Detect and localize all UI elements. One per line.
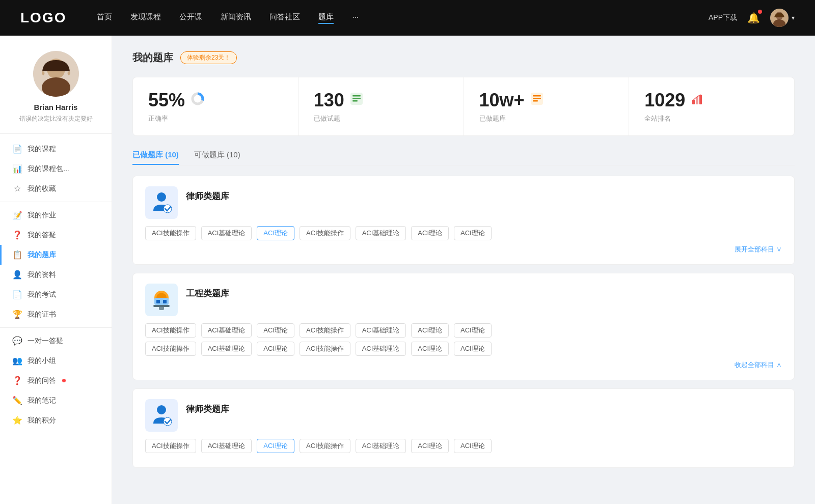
user-avatar-menu[interactable]: ▾ [770, 9, 795, 27]
one-on-one-icon: 💬 [12, 336, 22, 346]
tag-1-r2-4[interactable]: ACI基础理论 [356, 342, 406, 356]
expand-link-0[interactable]: 展开全部科目 ∨ [735, 245, 782, 253]
exam-icon: 📄 [12, 290, 22, 299]
tag-0-6[interactable]: ACI理论 [454, 226, 492, 240]
nav-qa[interactable]: 问答社区 [269, 12, 300, 24]
svg-rect-17 [692, 100, 695, 104]
tag-1-r2-1[interactable]: ACI基础理论 [201, 342, 252, 356]
qbank-card-0-title: 律师类题库 [186, 186, 229, 202]
stat-value-questions: 130 [314, 90, 344, 111]
avatar [770, 9, 789, 27]
sidebar-item-points[interactable]: ⭐ 我的积分 [0, 410, 112, 430]
qbank-icon: 📋 [12, 250, 22, 260]
sidebar-item-favorites[interactable]: ☆ 我的收藏 [0, 179, 112, 199]
notification-badge [758, 10, 762, 14]
tag-1-r2-5[interactable]: ACI理论 [411, 342, 449, 356]
tag-0-5[interactable]: ACI理论 [411, 226, 449, 240]
app-download-button[interactable]: APP下载 [709, 13, 737, 22]
tag-1-r2-0[interactable]: ACI技能操作 [145, 342, 196, 356]
qbank-card-0-header: 律师类题库 [145, 186, 782, 219]
qbank-card-0-footer: 展开全部科目 ∨ [145, 244, 782, 254]
qbank-card-2-tags: ACI技能操作 ACI基础理论 ACI理论 ACI技能操作 ACI基础理论 AC… [145, 439, 782, 453]
nav-more[interactable]: ··· [352, 12, 359, 24]
svg-rect-26 [156, 300, 160, 303]
tab-available[interactable]: 可做题库 (10) [194, 150, 240, 165]
collapse-link-1[interactable]: 收起全部科目 ∧ [735, 361, 782, 369]
qbank-card-1-header: 工程类题库 [145, 284, 782, 316]
tag-0-4[interactable]: ACI基础理论 [356, 226, 406, 240]
tag-1-0[interactable]: ACI技能操作 [145, 323, 196, 338]
course-package-icon: 📊 [12, 164, 22, 174]
qbank-tabs: 已做题库 (10) 可做题库 (10) [132, 150, 795, 165]
tag-1-5[interactable]: ACI理论 [411, 323, 449, 338]
qbank-card-2-icon [145, 399, 178, 432]
sidebar: Brian Harris 错误的决定比没有决定要好 📄 我的课程 📊 我的课程包… [0, 36, 112, 504]
svg-rect-12 [352, 100, 358, 102]
homework-icon: 📝 [12, 210, 22, 220]
tag-2-4[interactable]: ACI基础理论 [356, 439, 406, 453]
sidebar-item-notes[interactable]: ✏️ 我的笔记 [0, 390, 112, 410]
nav-qbank[interactable]: 题库 [318, 12, 334, 24]
sidebar-item-certificate[interactable]: 🏆 我的证书 [0, 304, 112, 324]
tab-done[interactable]: 已做题库 (10) [132, 150, 179, 165]
tag-1-4[interactable]: ACI基础理论 [356, 323, 406, 338]
tag-2-1[interactable]: ACI基础理论 [201, 439, 252, 453]
sidebar-item-questions[interactable]: ❓ 我的问答 [0, 371, 112, 390]
qbank-card-1-icon [145, 284, 178, 316]
logo[interactable]: LOGO [20, 10, 66, 26]
svg-rect-27 [163, 300, 167, 303]
stats-row: 55% 正确率 130 [132, 77, 795, 136]
sidebar-item-one-on-one[interactable]: 💬 一对一答疑 [0, 331, 112, 351]
qbank-card-1-tags-row1: ACI技能操作 ACI基础理论 ACI理论 ACI技能操作 ACI基础理论 AC… [145, 323, 782, 338]
profile-avatar [33, 51, 79, 97]
tag-1-r2-3[interactable]: ACI技能操作 [300, 342, 350, 356]
stat-value-correct-rate: 55% [148, 90, 185, 111]
tag-1-2[interactable]: ACI理论 [257, 323, 294, 338]
notes-icon: ✏️ [12, 396, 22, 405]
sidebar-item-qa[interactable]: ❓ 我的答疑 [0, 225, 112, 245]
tag-0-2[interactable]: ACI理论 [257, 226, 294, 240]
tag-0-0[interactable]: ACI技能操作 [145, 226, 196, 240]
certificate-icon: 🏆 [12, 310, 22, 319]
stat-correct-rate: 55% 正确率 [133, 77, 298, 135]
stat-label-rank: 全站排名 [644, 114, 779, 123]
nav-news[interactable]: 新闻资讯 [221, 12, 251, 24]
sidebar-item-course-package[interactable]: 📊 我的课程包... [0, 159, 112, 179]
tag-1-r2-2[interactable]: ACI理论 [257, 342, 294, 356]
sidebar-item-course[interactable]: 📄 我的课程 [0, 139, 112, 159]
svg-rect-16 [533, 100, 538, 102]
tag-1-1[interactable]: ACI基础理论 [201, 323, 252, 338]
tag-0-1[interactable]: ACI基础理论 [201, 226, 252, 240]
tag-1-6[interactable]: ACI理论 [454, 323, 492, 338]
questions-badge [62, 379, 66, 382]
tag-1-r2-6[interactable]: ACI理论 [454, 342, 492, 356]
sidebar-item-profile[interactable]: 👤 我的资料 [0, 265, 112, 285]
sidebar-item-qbank[interactable]: 📋 我的题库 [0, 245, 112, 265]
points-icon: ⭐ [12, 415, 22, 425]
trial-badge: 体验剩余23天！ [180, 51, 237, 64]
tag-2-6[interactable]: ACI理论 [454, 439, 492, 453]
sidebar-item-group[interactable]: 👥 我的小组 [0, 351, 112, 371]
tag-2-3[interactable]: ACI技能操作 [300, 439, 350, 453]
qbank-list: 律师类题库 ACI技能操作 ACI基础理论 ACI理论 ACI技能操作 ACI基… [132, 176, 795, 476]
qbank-card-1: 工程类题库 ACI技能操作 ACI基础理论 ACI理论 ACI技能操作 ACI基… [132, 273, 795, 380]
chevron-down-icon: ▾ [792, 14, 795, 21]
main-nav: 首页 发现课程 公开课 新闻资讯 问答社区 题库 ··· [97, 12, 709, 24]
qbank-card-1-footer: 收起全部科目 ∧ [145, 360, 782, 370]
favorites-icon: ☆ [12, 184, 22, 193]
tag-0-3[interactable]: ACI技能操作 [300, 226, 350, 240]
stat-questions-done: 130 已做试题 [298, 77, 464, 135]
sidebar-item-homework[interactable]: 📝 我的作业 [0, 205, 112, 225]
tag-1-3[interactable]: ACI技能操作 [300, 323, 350, 338]
svg-rect-10 [352, 95, 361, 97]
nav-open-course[interactable]: 公开课 [179, 12, 202, 24]
header: LOGO 首页 发现课程 公开课 新闻资讯 问答社区 题库 ··· APP下载 … [0, 0, 815, 36]
qbank-card-0-tags: ACI技能操作 ACI基础理论 ACI理论 ACI技能操作 ACI基础理论 AC… [145, 226, 782, 240]
tag-2-5[interactable]: ACI理论 [411, 439, 449, 453]
nav-discover[interactable]: 发现课程 [130, 12, 161, 24]
nav-home[interactable]: 首页 [97, 12, 112, 24]
sidebar-item-exam[interactable]: 📄 我的考试 [0, 285, 112, 304]
notification-bell[interactable]: 🔔 [747, 12, 760, 24]
tag-2-2[interactable]: ACI理论 [257, 439, 294, 453]
tag-2-0[interactable]: ACI技能操作 [145, 439, 196, 453]
